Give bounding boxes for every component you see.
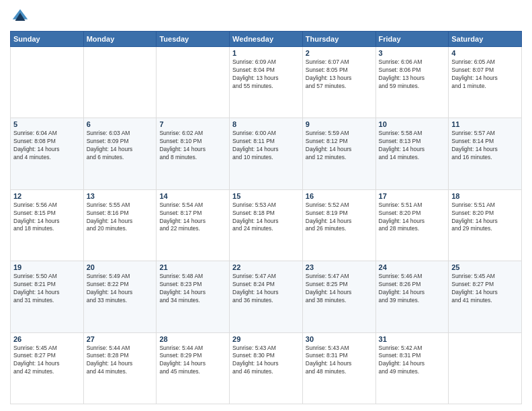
day-info: Sunrise: 5:52 AM Sunset: 8:19 PM Dayligh… bbox=[306, 201, 373, 234]
day-number: 14 bbox=[159, 192, 226, 200]
day-info: Sunrise: 5:42 AM Sunset: 8:31 PM Dayligh… bbox=[379, 345, 446, 377]
calendar-header-row: SundayMondayTuesdayWednesdayThursdayFrid… bbox=[11, 32, 522, 47]
calendar-cell: 30Sunrise: 5:43 AM Sunset: 8:31 PM Dayli… bbox=[302, 332, 375, 404]
day-number: 26 bbox=[13, 335, 81, 343]
day-number: 19 bbox=[13, 263, 81, 271]
day-info: Sunrise: 5:44 AM Sunset: 8:29 PM Dayligh… bbox=[159, 345, 226, 377]
day-number: 3 bbox=[379, 49, 446, 57]
day-info: Sunrise: 6:09 AM Sunset: 8:04 PM Dayligh… bbox=[232, 58, 300, 91]
calendar-week-row: 26Sunrise: 5:45 AM Sunset: 8:27 PM Dayli… bbox=[11, 332, 522, 404]
day-number: 7 bbox=[159, 120, 226, 128]
calendar-header-cell: Sunday bbox=[11, 32, 84, 47]
day-number: 15 bbox=[232, 192, 300, 200]
calendar-cell: 27Sunrise: 5:44 AM Sunset: 8:28 PM Dayli… bbox=[83, 332, 157, 404]
day-info: Sunrise: 6:02 AM Sunset: 8:10 PM Dayligh… bbox=[159, 130, 226, 162]
calendar-cell: 4Sunrise: 6:05 AM Sunset: 8:07 PM Daylig… bbox=[449, 47, 522, 118]
day-number: 20 bbox=[87, 263, 154, 271]
calendar-cell: 23Sunrise: 5:47 AM Sunset: 8:25 PM Dayli… bbox=[302, 261, 375, 332]
calendar-cell: 28Sunrise: 5:44 AM Sunset: 8:29 PM Dayli… bbox=[157, 332, 230, 404]
day-number: 24 bbox=[379, 263, 446, 271]
calendar-cell: 11Sunrise: 5:57 AM Sunset: 8:14 PM Dayli… bbox=[449, 118, 522, 189]
day-info: Sunrise: 5:49 AM Sunset: 8:22 PM Dayligh… bbox=[87, 273, 154, 305]
calendar-cell: 13Sunrise: 5:55 AM Sunset: 8:16 PM Dayli… bbox=[83, 189, 157, 261]
calendar-week-row: 5Sunrise: 6:04 AM Sunset: 8:08 PM Daylig… bbox=[11, 118, 522, 189]
calendar-cell: 7Sunrise: 6:02 AM Sunset: 8:10 PM Daylig… bbox=[157, 118, 230, 189]
calendar-cell: 2Sunrise: 6:07 AM Sunset: 8:05 PM Daylig… bbox=[302, 47, 375, 118]
day-info: Sunrise: 6:07 AM Sunset: 8:05 PM Dayligh… bbox=[306, 58, 373, 91]
day-info: Sunrise: 5:55 AM Sunset: 8:16 PM Dayligh… bbox=[87, 201, 154, 234]
calendar-cell: 6Sunrise: 6:03 AM Sunset: 8:09 PM Daylig… bbox=[83, 118, 157, 189]
calendar-cell bbox=[157, 47, 230, 118]
day-info: Sunrise: 5:45 AM Sunset: 8:27 PM Dayligh… bbox=[13, 345, 81, 377]
calendar-cell: 3Sunrise: 6:06 AM Sunset: 8:06 PM Daylig… bbox=[375, 47, 449, 118]
calendar-cell: 5Sunrise: 6:04 AM Sunset: 8:08 PM Daylig… bbox=[11, 118, 84, 189]
day-info: Sunrise: 5:44 AM Sunset: 8:28 PM Dayligh… bbox=[87, 345, 154, 377]
calendar-cell: 17Sunrise: 5:51 AM Sunset: 8:20 PM Dayli… bbox=[375, 189, 449, 261]
day-info: Sunrise: 5:57 AM Sunset: 8:14 PM Dayligh… bbox=[451, 130, 519, 162]
day-info: Sunrise: 5:47 AM Sunset: 8:25 PM Dayligh… bbox=[306, 273, 373, 305]
calendar-cell: 31Sunrise: 5:42 AM Sunset: 8:31 PM Dayli… bbox=[375, 332, 449, 404]
calendar-cell: 1Sunrise: 6:09 AM Sunset: 8:04 PM Daylig… bbox=[230, 47, 303, 118]
calendar-header-cell: Monday bbox=[83, 32, 157, 47]
day-number: 17 bbox=[379, 192, 446, 200]
day-info: Sunrise: 5:58 AM Sunset: 8:13 PM Dayligh… bbox=[379, 130, 446, 162]
day-number: 4 bbox=[451, 49, 519, 57]
calendar-cell: 24Sunrise: 5:46 AM Sunset: 8:26 PM Dayli… bbox=[375, 261, 449, 332]
day-info: Sunrise: 6:00 AM Sunset: 8:11 PM Dayligh… bbox=[232, 130, 300, 162]
calendar-cell: 19Sunrise: 5:50 AM Sunset: 8:21 PM Dayli… bbox=[11, 261, 84, 332]
day-info: Sunrise: 6:03 AM Sunset: 8:09 PM Dayligh… bbox=[87, 130, 154, 162]
day-number: 6 bbox=[87, 120, 154, 128]
day-number: 31 bbox=[379, 335, 446, 343]
day-info: Sunrise: 6:04 AM Sunset: 8:08 PM Dayligh… bbox=[13, 130, 81, 162]
calendar-cell: 9Sunrise: 5:59 AM Sunset: 8:12 PM Daylig… bbox=[302, 118, 375, 189]
calendar-cell: 10Sunrise: 5:58 AM Sunset: 8:13 PM Dayli… bbox=[375, 118, 449, 189]
calendar-cell bbox=[449, 332, 522, 404]
calendar-header-cell: Saturday bbox=[449, 32, 522, 47]
day-number: 29 bbox=[232, 335, 300, 343]
calendar-week-row: 12Sunrise: 5:56 AM Sunset: 8:15 PM Dayli… bbox=[11, 189, 522, 261]
calendar-cell: 14Sunrise: 5:54 AM Sunset: 8:17 PM Dayli… bbox=[157, 189, 230, 261]
calendar-cell: 21Sunrise: 5:48 AM Sunset: 8:23 PM Dayli… bbox=[157, 261, 230, 332]
day-info: Sunrise: 5:51 AM Sunset: 8:20 PM Dayligh… bbox=[451, 201, 519, 234]
calendar-body: 1Sunrise: 6:09 AM Sunset: 8:04 PM Daylig… bbox=[11, 47, 522, 404]
day-number: 12 bbox=[13, 192, 81, 200]
day-number: 2 bbox=[306, 49, 373, 57]
day-info: Sunrise: 5:54 AM Sunset: 8:17 PM Dayligh… bbox=[159, 201, 226, 234]
calendar-table: SundayMondayTuesdayWednesdayThursdayFrid… bbox=[10, 31, 522, 404]
day-info: Sunrise: 5:51 AM Sunset: 8:20 PM Dayligh… bbox=[379, 201, 446, 234]
calendar-cell: 8Sunrise: 6:00 AM Sunset: 8:11 PM Daylig… bbox=[230, 118, 303, 189]
calendar-header-cell: Friday bbox=[375, 32, 449, 47]
calendar-week-row: 19Sunrise: 5:50 AM Sunset: 8:21 PM Dayli… bbox=[11, 261, 522, 332]
day-info: Sunrise: 5:47 AM Sunset: 8:24 PM Dayligh… bbox=[232, 273, 300, 305]
calendar-cell: 29Sunrise: 5:43 AM Sunset: 8:30 PM Dayli… bbox=[230, 332, 303, 404]
calendar-cell: 26Sunrise: 5:45 AM Sunset: 8:27 PM Dayli… bbox=[11, 332, 84, 404]
calendar-cell: 18Sunrise: 5:51 AM Sunset: 8:20 PM Dayli… bbox=[449, 189, 522, 261]
day-number: 23 bbox=[306, 263, 373, 271]
calendar-cell: 20Sunrise: 5:49 AM Sunset: 8:22 PM Dayli… bbox=[83, 261, 157, 332]
calendar-header-cell: Tuesday bbox=[157, 32, 230, 47]
day-number: 30 bbox=[306, 335, 373, 343]
day-number: 5 bbox=[13, 120, 81, 128]
page: SundayMondayTuesdayWednesdayThursdayFrid… bbox=[0, 0, 532, 411]
day-number: 10 bbox=[379, 120, 446, 128]
calendar-cell: 22Sunrise: 5:47 AM Sunset: 8:24 PM Dayli… bbox=[230, 261, 303, 332]
day-info: Sunrise: 5:46 AM Sunset: 8:26 PM Dayligh… bbox=[379, 273, 446, 305]
calendar-cell: 25Sunrise: 5:45 AM Sunset: 8:27 PM Dayli… bbox=[449, 261, 522, 332]
day-info: Sunrise: 5:53 AM Sunset: 8:18 PM Dayligh… bbox=[232, 201, 300, 234]
day-number: 13 bbox=[87, 192, 154, 200]
day-number: 16 bbox=[306, 192, 373, 200]
day-number: 28 bbox=[159, 335, 226, 343]
day-info: Sunrise: 5:50 AM Sunset: 8:21 PM Dayligh… bbox=[13, 273, 81, 305]
logo bbox=[10, 7, 33, 27]
day-info: Sunrise: 5:43 AM Sunset: 8:30 PM Dayligh… bbox=[232, 345, 300, 377]
day-number: 21 bbox=[159, 263, 226, 271]
day-info: Sunrise: 5:56 AM Sunset: 8:15 PM Dayligh… bbox=[13, 201, 81, 234]
logo-icon bbox=[10, 7, 30, 27]
calendar-week-row: 1Sunrise: 6:09 AM Sunset: 8:04 PM Daylig… bbox=[11, 47, 522, 118]
day-info: Sunrise: 5:45 AM Sunset: 8:27 PM Dayligh… bbox=[451, 273, 519, 305]
calendar-cell bbox=[83, 47, 157, 118]
day-number: 1 bbox=[232, 49, 300, 57]
calendar-header-cell: Wednesday bbox=[230, 32, 303, 47]
day-number: 18 bbox=[451, 192, 519, 200]
header bbox=[10, 7, 522, 27]
